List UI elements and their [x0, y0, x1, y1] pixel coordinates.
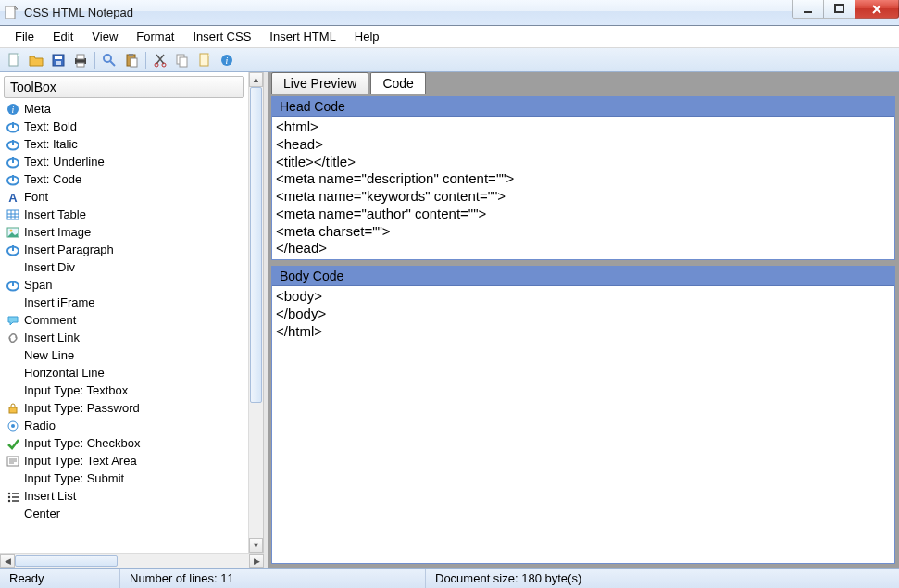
- svg-rect-21: [200, 54, 208, 66]
- copy-icon[interactable]: [172, 50, 193, 70]
- minimize-button[interactable]: [792, 0, 824, 19]
- toolbox-item-label: Insert Table: [24, 207, 86, 221]
- svg-rect-36: [7, 210, 19, 219]
- toolbox-item[interactable]: Comment: [4, 311, 248, 329]
- menu-edit[interactable]: Edit: [44, 27, 82, 46]
- menu-view[interactable]: View: [82, 27, 127, 46]
- new-file-icon[interactable]: [4, 50, 24, 70]
- table-icon: [6, 207, 20, 222]
- toolbox-item[interactable]: Text: Italic: [4, 135, 248, 153]
- toolbox-item-label: Horizontal Line: [24, 366, 105, 380]
- menu-help[interactable]: Help: [345, 27, 389, 46]
- h-scrollbar-thumb[interactable]: [15, 555, 118, 567]
- toolbox-item[interactable]: iMeta: [4, 100, 248, 118]
- textarea-icon: [6, 454, 20, 469]
- svg-point-12: [104, 55, 111, 62]
- toolbox-item[interactable]: Input Type: Submit: [4, 469, 248, 487]
- toolbox-item[interactable]: Text: Bold: [4, 118, 248, 135]
- menu-file[interactable]: File: [6, 27, 44, 46]
- paste-icon[interactable]: [121, 50, 142, 70]
- toolbox-item[interactable]: Insert Image: [4, 223, 248, 241]
- status-bar: Ready Number of lines: 11 Document size:…: [0, 568, 899, 588]
- toolbar-separator: [94, 52, 95, 69]
- toolbox-item[interactable]: New Line: [4, 346, 248, 364]
- tab-row: Live Preview Code: [268, 72, 899, 94]
- scrollbar-thumb[interactable]: [250, 87, 262, 403]
- save-icon[interactable]: [48, 50, 69, 70]
- toolbox-item[interactable]: Insert Div: [4, 258, 248, 276]
- check-icon: [6, 436, 20, 451]
- svg-rect-47: [9, 407, 17, 413]
- tag-blue-icon: [6, 137, 20, 152]
- svg-point-42: [10, 229, 13, 231]
- toolbox-item[interactable]: Input Type: Text Area: [4, 452, 248, 469]
- toolbox-item-label: Input Type: Submit: [24, 471, 124, 485]
- open-folder-icon[interactable]: [26, 50, 46, 70]
- svg-rect-11: [77, 63, 84, 67]
- scroll-up-arrow-icon[interactable]: ▲: [249, 72, 263, 87]
- svg-rect-46: [12, 281, 14, 286]
- toolbox-item[interactable]: Text: Code: [4, 170, 248, 188]
- horizontal-scrollbar[interactable]: ◀ ▶: [0, 553, 264, 568]
- scroll-down-arrow-icon[interactable]: ▼: [249, 538, 263, 553]
- link-icon: [6, 331, 20, 345]
- head-code-section: Head Code <html> <head> <title></title> …: [271, 96, 895, 260]
- info-icon[interactable]: i: [217, 50, 237, 70]
- toolbox-item[interactable]: Span: [4, 276, 248, 294]
- code-area: Head Code <html> <head> <title></title> …: [268, 94, 899, 568]
- svg-rect-30: [12, 140, 14, 145]
- toolbox-item[interactable]: Insert Paragraph: [4, 241, 248, 258]
- zoom-icon[interactable]: [99, 50, 119, 70]
- h-scrollbar-track[interactable]: [15, 554, 249, 568]
- close-button[interactable]: [855, 0, 899, 19]
- tag-blue-icon: [6, 278, 20, 293]
- tab-code[interactable]: Code: [370, 72, 425, 94]
- svg-rect-34: [12, 175, 14, 181]
- toolbox-item[interactable]: Input Type: Textbox: [4, 382, 248, 399]
- document-icon[interactable]: [194, 50, 215, 70]
- toolbox-item[interactable]: Text: Underline: [4, 153, 248, 170]
- toolbox-item-label: Insert Link: [24, 331, 80, 344]
- svg-point-55: [8, 495, 10, 497]
- svg-rect-10: [77, 55, 84, 59]
- toolbox-item[interactable]: Horizontal Line: [4, 364, 248, 382]
- tab-live-preview[interactable]: Live Preview: [271, 72, 368, 94]
- toolbox-item[interactable]: Insert Table: [4, 206, 248, 223]
- cut-icon[interactable]: [150, 50, 170, 70]
- toolbox-item-label: New Line: [24, 348, 74, 362]
- toolbox-item-label: Input Type: Password: [24, 401, 140, 415]
- toolbox-item-label: Center: [24, 507, 60, 520]
- print-icon[interactable]: [70, 50, 91, 70]
- svg-rect-44: [12, 245, 14, 251]
- toolbox-item[interactable]: Radio: [4, 417, 248, 434]
- toolbox-item-label: Insert Image: [24, 225, 91, 239]
- toolbox-item[interactable]: Center: [4, 505, 248, 522]
- toolbox-item-label: Input Type: Checkbox: [24, 436, 141, 450]
- vertical-scrollbar[interactable]: ▲ ▼: [248, 72, 263, 553]
- svg-rect-8: [56, 61, 61, 65]
- font-a-icon: A: [6, 190, 20, 205]
- svg-rect-3: [835, 5, 843, 12]
- head-code-editor[interactable]: <html> <head> <title></title> <meta name…: [272, 117, 894, 259]
- svg-rect-16: [131, 58, 137, 67]
- svg-marker-5: [18, 54, 20, 56]
- menu-format[interactable]: Format: [127, 27, 183, 46]
- paragraph-icon: [6, 243, 20, 257]
- scrollbar-track[interactable]: [249, 87, 263, 538]
- body-code-editor[interactable]: <body> </body> </html>: [272, 286, 894, 563]
- toolbox-item[interactable]: Insert Link: [4, 329, 248, 346]
- maximize-button[interactable]: [823, 0, 855, 19]
- toolbox-item[interactable]: Input Type: Password: [4, 399, 248, 417]
- toolbar: i: [0, 48, 899, 72]
- toolbox-item[interactable]: Insert List: [4, 487, 248, 505]
- list-icon: [6, 489, 20, 504]
- toolbox-item[interactable]: Insert iFrame: [4, 294, 248, 311]
- scroll-left-arrow-icon[interactable]: ◀: [0, 554, 15, 568]
- toolbox-item[interactable]: Input Type: Checkbox: [4, 434, 248, 452]
- toolbox-item-label: Insert Div: [24, 260, 75, 274]
- toolbox-item-label: Text: Underline: [24, 155, 105, 169]
- menu-insert-css[interactable]: Insert CSS: [183, 27, 260, 46]
- menu-insert-html[interactable]: Insert HTML: [260, 27, 345, 46]
- toolbox-item[interactable]: AFont: [4, 188, 248, 206]
- scroll-right-arrow-icon[interactable]: ▶: [249, 554, 264, 568]
